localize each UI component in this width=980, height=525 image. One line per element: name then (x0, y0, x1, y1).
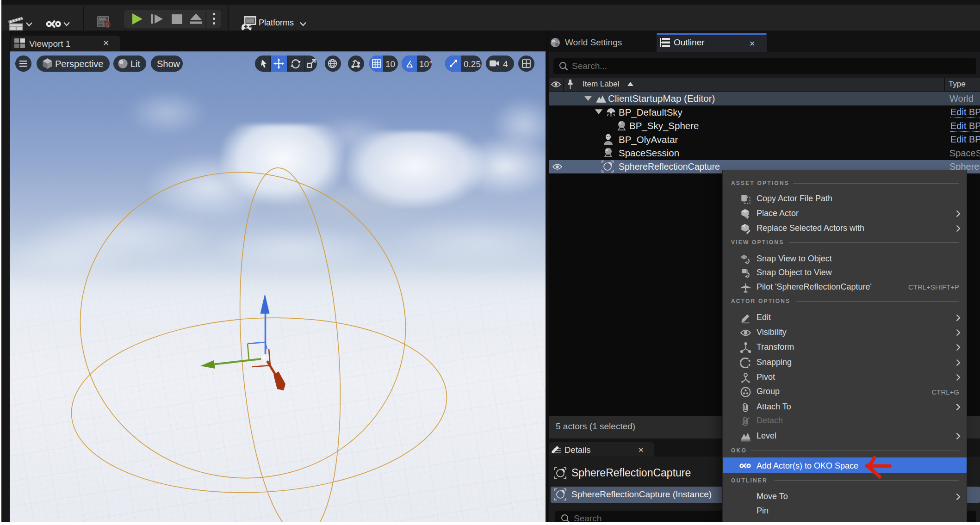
svg-text:SMS: SMS (99, 17, 106, 20)
